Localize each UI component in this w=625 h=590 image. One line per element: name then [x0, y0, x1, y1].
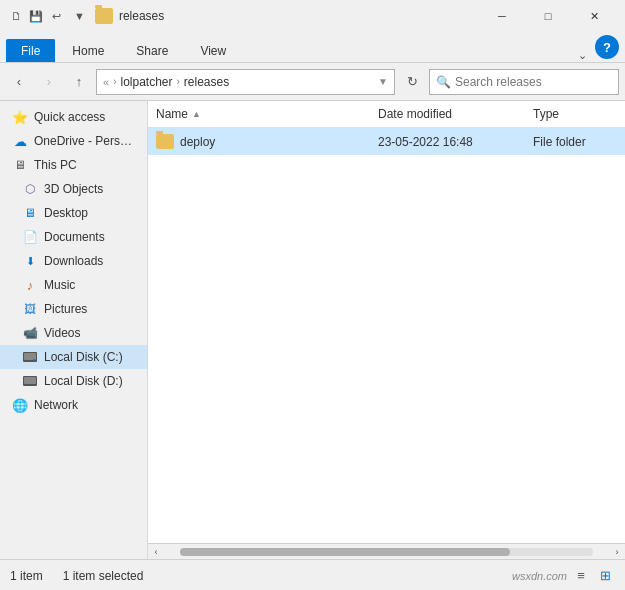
file-list: deploy 23-05-2022 16:48 File folder [148, 128, 625, 543]
refresh-button[interactable]: ↻ [399, 69, 425, 95]
sidebar-item-quick-access[interactable]: ⭐ Quick access [0, 105, 147, 129]
maximize-button[interactable]: □ [525, 0, 571, 32]
local-disk-c-icon [22, 349, 38, 365]
sidebar-label-local-disk-d: Local Disk (D:) [44, 374, 123, 388]
sidebar-item-network[interactable]: 🌐 Network [0, 393, 147, 417]
sidebar-item-onedrive[interactable]: ☁ OneDrive - Perso... [0, 129, 147, 153]
svg-point-2 [33, 359, 35, 361]
sidebar-label-downloads: Downloads [44, 254, 103, 268]
sidebar-item-music[interactable]: ♪ Music [0, 273, 147, 297]
network-icon: 🌐 [12, 397, 28, 413]
sidebar-label-quick-access: Quick access [34, 110, 105, 124]
breadcrumb-separator2: › [177, 76, 180, 87]
up-button[interactable]: ↑ [66, 69, 92, 95]
column-name[interactable]: Name ▲ [148, 101, 370, 127]
onedrive-icon: ☁ [12, 133, 28, 149]
status-right: wsxdn.com ≡ ⊞ [512, 566, 615, 586]
file-name: deploy [180, 135, 215, 149]
sidebar-label-onedrive: OneDrive - Perso... [34, 134, 134, 148]
tab-file[interactable]: File [6, 39, 55, 62]
quick-access-icon: ⭐ [12, 109, 28, 125]
sidebar-item-3d-objects[interactable]: ⬡ 3D Objects [0, 177, 147, 201]
item-count: 1 item [10, 569, 43, 583]
watermark: wsxdn.com [512, 570, 567, 582]
horizontal-scrollbar[interactable]: ‹ › [148, 543, 625, 559]
scroll-right-button[interactable]: › [609, 544, 625, 560]
sidebar-label-local-disk-c: Local Disk (C:) [44, 350, 123, 364]
scroll-track [180, 548, 593, 556]
sidebar-item-videos[interactable]: 📹 Videos [0, 321, 147, 345]
tab-home[interactable]: Home [57, 39, 119, 62]
sidebar-label-3d-objects: 3D Objects [44, 182, 103, 196]
this-pc-icon: 🖥 [12, 157, 28, 173]
sidebar-label-network: Network [34, 398, 78, 412]
main-content: ⭐ Quick access ☁ OneDrive - Perso... 🖥 T… [0, 101, 625, 559]
forward-button[interactable]: › [36, 69, 62, 95]
title-bar: 🗋 💾 ↩ ▼ releases ─ □ ✕ [0, 0, 625, 32]
column-type[interactable]: Type [525, 101, 625, 127]
address-bar-area: ‹ › ↑ « › lolpatcher › releases ▼ ↻ 🔍 [0, 63, 625, 101]
search-input[interactable] [455, 75, 612, 89]
title-bar-icons: 🗋 💾 ↩ [8, 8, 64, 24]
svg-rect-4 [24, 377, 36, 384]
file-cell-type: File folder [525, 129, 625, 155]
folder-icon [156, 134, 174, 149]
column-date-modified[interactable]: Date modified [370, 101, 525, 127]
sidebar-label-this-pc: This PC [34, 158, 77, 172]
large-icons-view-button[interactable]: ⊞ [595, 566, 615, 586]
close-button[interactable]: ✕ [571, 0, 617, 32]
file-header: Name ▲ Date modified Type [148, 101, 625, 128]
help-button[interactable]: ? [595, 35, 619, 59]
address-dropdown-icon[interactable]: ▼ [378, 76, 388, 87]
scroll-left-button[interactable]: ‹ [148, 544, 164, 560]
tab-share[interactable]: Share [121, 39, 183, 62]
sidebar-label-desktop: Desktop [44, 206, 88, 220]
details-view-button[interactable]: ≡ [571, 566, 591, 586]
selected-count: 1 item selected [63, 569, 144, 583]
address-root: « [103, 76, 109, 88]
tab-view[interactable]: View [185, 39, 241, 62]
breadcrumb-separator: › [113, 76, 116, 87]
pictures-icon: 🖼 [22, 301, 38, 317]
breadcrumb-lolpatcher[interactable]: lolpatcher [120, 75, 172, 89]
file-cell-date: 23-05-2022 16:48 [370, 129, 525, 155]
sort-arrow: ▲ [192, 109, 201, 119]
sidebar-label-videos: Videos [44, 326, 80, 340]
sidebar-item-local-disk-c[interactable]: Local Disk (C:) [0, 345, 147, 369]
file-cell-name: deploy [148, 128, 370, 155]
file-pane: Name ▲ Date modified Type deploy 23-05-2… [148, 101, 625, 559]
back-button[interactable]: ‹ [6, 69, 32, 95]
documents-icon: 📄 [22, 229, 38, 245]
downloads-icon: ⬇ [22, 253, 38, 269]
undo-icon[interactable]: ↩ [48, 8, 64, 24]
sidebar-item-pictures[interactable]: 🖼 Pictures [0, 297, 147, 321]
sidebar-item-documents[interactable]: 📄 Documents [0, 225, 147, 249]
sidebar: ⭐ Quick access ☁ OneDrive - Perso... 🖥 T… [0, 101, 148, 559]
breadcrumb-releases[interactable]: releases [184, 75, 229, 89]
scroll-thumb[interactable] [180, 548, 510, 556]
search-bar[interactable]: 🔍 [429, 69, 619, 95]
sidebar-label-music: Music [44, 278, 75, 292]
videos-icon: 📹 [22, 325, 38, 341]
title-controls: ─ □ ✕ [479, 0, 617, 32]
minimize-button[interactable]: ─ [479, 0, 525, 32]
ribbon: File Home Share View ⌄ ? [0, 32, 625, 63]
sidebar-item-desktop[interactable]: 🖥 Desktop [0, 201, 147, 225]
sidebar-item-downloads[interactable]: ⬇ Downloads [0, 249, 147, 273]
ribbon-collapse[interactable]: ⌄ [578, 49, 587, 62]
3d-objects-icon: ⬡ [22, 181, 38, 197]
title-folder-icon [95, 8, 113, 24]
save-icon[interactable]: 💾 [28, 8, 44, 24]
status-bar: 1 item 1 item selected wsxdn.com ≡ ⊞ [0, 559, 625, 590]
address-breadcrumb: › lolpatcher › releases [113, 75, 229, 89]
search-icon: 🔍 [436, 75, 451, 89]
table-row[interactable]: deploy 23-05-2022 16:48 File folder [148, 128, 625, 155]
ribbon-tabs: File Home Share View ⌄ ? [0, 32, 625, 62]
address-bar[interactable]: « › lolpatcher › releases ▼ [96, 69, 395, 95]
sidebar-item-this-pc[interactable]: 🖥 This PC [0, 153, 147, 177]
sidebar-label-documents: Documents [44, 230, 105, 244]
sidebar-item-local-disk-d[interactable]: Local Disk (D:) [0, 369, 147, 393]
title-text: releases [119, 9, 473, 23]
music-icon: ♪ [22, 277, 38, 293]
blank-page-icon: 🗋 [8, 8, 24, 24]
